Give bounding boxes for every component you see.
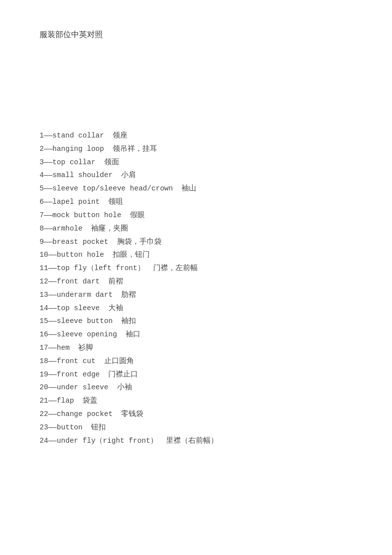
list-item: 8——armhole 袖窿，夹圈 bbox=[40, 222, 352, 235]
list-item: 22——change pocket 零钱袋 bbox=[40, 408, 352, 421]
page-container: 服装部位中英对照 1——stand collar 领座2——hanging lo… bbox=[0, 0, 392, 555]
list-item: 11——top fly（left front） 门襟，左前幅 bbox=[40, 262, 352, 275]
list-item: 13——underarm dart 肋褶 bbox=[40, 288, 352, 302]
list-item: 4——small shoulder 小肩 bbox=[40, 169, 352, 182]
list-item: 24——under fly（right front） 里襟（右前幅） bbox=[40, 434, 352, 448]
list-item: 21——flap 袋盖 bbox=[40, 394, 352, 408]
list-item: 2——hanging loop 领吊祥，挂耳 bbox=[40, 142, 352, 156]
list-item: 17——hem 衫脚 bbox=[40, 341, 352, 355]
list-item: 23——button 钮扣 bbox=[40, 421, 352, 434]
list-item: 18——front cut 止口圆角 bbox=[40, 355, 352, 368]
list-item: 16——sleeve opening 袖口 bbox=[40, 328, 352, 341]
list-item: 20——under sleeve 小袖 bbox=[40, 381, 352, 394]
list-item: 1——stand collar 领座 bbox=[40, 129, 352, 142]
list-item: 6——lapel point 领咀 bbox=[40, 195, 352, 209]
list-item: 14——top sleeve 大袖 bbox=[40, 302, 352, 315]
list-item: 12——front dart 前褶 bbox=[40, 275, 352, 288]
list-item: 7——mock button hole 假眼 bbox=[40, 209, 352, 222]
page-title: 服装部位中英对照 bbox=[40, 30, 352, 40]
list-item: 15——sleeve button 袖扣 bbox=[40, 315, 352, 328]
item-list: 1——stand collar 领座2——hanging loop 领吊祥，挂耳… bbox=[40, 129, 352, 448]
list-item: 5——sleeve top/sleeve head/crown 袖山 bbox=[40, 182, 352, 195]
list-item: 19——front edge 门襟止口 bbox=[40, 368, 352, 381]
list-item: 3——top collar 领面 bbox=[40, 156, 352, 169]
list-item: 10——button hole 扣眼，钮门 bbox=[40, 248, 352, 262]
list-item: 9——breast pocket 胸袋，手巾袋 bbox=[40, 235, 352, 249]
